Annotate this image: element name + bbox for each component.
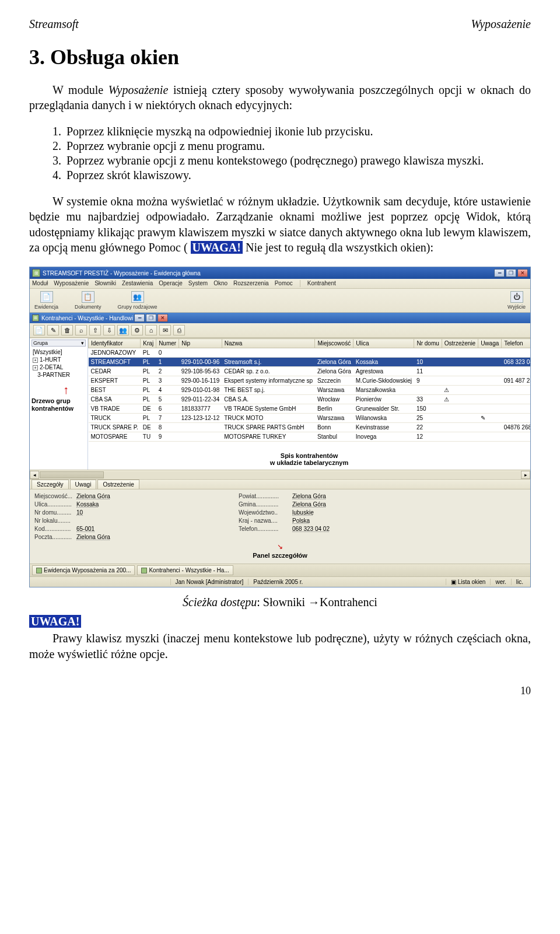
table-row[interactable]: JEDNORAZOWYPL0Polska <box>89 348 531 358</box>
window-titlebar[interactable]: ⊞ STREAMSOFT PRESTIŻ - Wyposażenie - Ewi… <box>30 267 530 279</box>
tool-button[interactable]: ⇩ <box>103 325 115 335</box>
tree-item[interactable]: +2-DETAL <box>32 363 86 371</box>
tree-item[interactable]: 3-PARTNER <box>32 371 86 379</box>
menu-item[interactable]: Operacje <box>159 280 183 287</box>
tab-uwagi[interactable]: Uwagi <box>70 480 97 489</box>
mdi-task[interactable]: Ewidencja Wyposażenia za 200... <box>32 565 135 575</box>
table-cell <box>502 395 530 404</box>
column-header[interactable]: Numer <box>156 339 179 348</box>
tab-ostrzezenie[interactable]: Ostrzeżenie <box>97 480 139 489</box>
table-cell <box>478 376 502 386</box>
maximize-button[interactable]: ❐ <box>506 269 516 277</box>
menu-item[interactable]: System <box>188 280 208 287</box>
dokumenty-button[interactable]: 📋Dokumenty <box>75 291 102 310</box>
table-row[interactable]: BESTPL4929-010-01-98THE BEST sp.j.Warsza… <box>89 386 531 395</box>
column-header[interactable]: Telefon <box>502 339 530 348</box>
table-cell: Warszawa <box>315 386 354 395</box>
table-cell: Inovega <box>354 432 414 442</box>
data-grid[interactable]: IdentyfikatorKrajNumerNipNazwaMiejscowoś… <box>88 338 530 470</box>
table-row[interactable]: TRUCK SPARE P.DE8TRUCK SPARE PARTS GmbHB… <box>89 423 531 432</box>
table-cell: Stanbul <box>315 432 354 442</box>
detail-value: Zielona Góra <box>76 534 158 540</box>
table-cell: 12 <box>414 432 442 442</box>
child-close-button[interactable]: ✕ <box>158 314 168 322</box>
column-header[interactable]: Nr domu <box>414 339 442 348</box>
table-cell <box>478 432 502 442</box>
minimize-button[interactable]: ━ <box>494 269 505 277</box>
group-tree[interactable]: Grupa▾ [Wszystkie] +1-HURT +2-DETAL 3-PA… <box>30 338 88 470</box>
table-cell: 5 <box>156 395 179 404</box>
chevron-down-icon: ▾ <box>81 340 84 346</box>
column-header[interactable]: Kraj <box>141 339 156 348</box>
table-row[interactable]: CEDARPL2929-108-95-63CEDAR sp. z o.o.Zie… <box>89 367 531 376</box>
table-row[interactable]: STREAMSOFTPL1929-010-00-96Streamsoft s.j… <box>89 358 531 367</box>
table-cell: 1 <box>156 358 179 367</box>
child-maximize-button[interactable]: ❐ <box>146 314 156 322</box>
tool-button[interactable]: ⚙ <box>131 325 143 335</box>
tool-button[interactable]: ✉ <box>159 325 171 335</box>
tool-button[interactable]: ⌂ <box>145 325 157 335</box>
column-header[interactable]: Nip <box>179 339 222 348</box>
child-titlebar[interactable]: ⊞ Kontrahenci - Wszystkie - Handlowi ━ ❐… <box>30 313 530 323</box>
table-cell: Marszałkowska <box>354 386 414 395</box>
table-row[interactable]: MOTOSPARETU9MOTOSPARE TURKEYStanbulInove… <box>89 432 531 442</box>
ewidencja-button[interactable]: 📄Ewidencja <box>34 291 58 310</box>
menu-item[interactable]: Okno <box>214 280 228 287</box>
column-header[interactable]: Miejscowość <box>315 339 354 348</box>
menu-item[interactable]: Zestawienia <box>122 280 153 287</box>
menu-item[interactable]: Pomoc <box>275 280 293 287</box>
tree-item[interactable]: +1-HURT <box>32 356 86 363</box>
tool-button[interactable]: 👥 <box>117 325 129 335</box>
table-cell: 929-010-01-98 <box>179 386 222 395</box>
table-cell: DE <box>141 404 156 414</box>
tool-button[interactable]: ✎ <box>47 325 59 335</box>
scroll-left-button[interactable]: ◂ <box>30 471 39 479</box>
tool-button[interactable]: 📄 <box>33 325 45 335</box>
column-header[interactable]: Ulica <box>354 339 414 348</box>
menu-item[interactable]: Moduł <box>32 280 48 287</box>
child-minimize-button[interactable]: ━ <box>134 314 145 322</box>
detail-value: Kossaka <box>76 501 158 508</box>
status-okien[interactable]: ▣ Lista okien <box>446 579 491 585</box>
table-row[interactable]: EKSPERTPL3929-00-16-119Ekspert systemy i… <box>89 376 531 386</box>
tool-button[interactable]: ⇧ <box>89 325 101 335</box>
table-row[interactable]: TRUCKPL7123-123-12-12TRUCK MOTOWarszawaW… <box>89 414 531 423</box>
exit-button[interactable]: ⏻Wyjście <box>508 291 526 310</box>
annotation-arrow-icon: ↘ <box>34 543 526 551</box>
tool-button[interactable]: ⌕ <box>75 325 87 335</box>
horizontal-scrollbar[interactable]: ◂ ▸ <box>30 470 530 479</box>
detail-tabs: Szczegóły Uwagi Ostrzeżenie <box>30 479 530 489</box>
scroll-right-button[interactable]: ▸ <box>521 471 530 479</box>
table-row[interactable]: CBA SAPL5929-011-22-34CBA S.A.WrocławPio… <box>89 395 531 404</box>
tab-szczegoly[interactable]: Szczegóły <box>32 480 69 489</box>
column-header[interactable]: Uwaga <box>478 339 502 348</box>
bottom-paragraph: Prawy klawisz myszki (inaczej menu konte… <box>29 631 531 662</box>
tool-button[interactable]: 🗑 <box>61 325 73 335</box>
menu-item[interactable]: Kontrahent <box>307 280 336 287</box>
table-cell: PL <box>141 348 156 358</box>
table-cell <box>414 386 442 395</box>
menu-item[interactable]: Słowniki <box>94 280 116 287</box>
menu-separator <box>300 280 300 287</box>
menu-item[interactable]: Rozszerzenia <box>233 280 269 287</box>
close-button[interactable]: ✕ <box>517 269 528 277</box>
tree-header[interactable]: Grupa▾ <box>32 340 86 347</box>
menu-item[interactable]: Wyposażenie <box>54 280 89 287</box>
scroll-track[interactable] <box>40 471 520 478</box>
column-header[interactable]: Ostrzeżenie <box>442 339 478 348</box>
tool-button[interactable]: ⎙ <box>173 325 185 335</box>
table-cell: 9 <box>156 432 179 442</box>
expand-icon[interactable]: + <box>33 365 38 370</box>
column-header[interactable]: Identyfikator <box>89 339 141 348</box>
doc-brand: Streamsoft <box>29 18 79 31</box>
grupy-button[interactable]: 👥Grupy rodzajowe <box>118 291 158 310</box>
table-row[interactable]: VB TRADEDE6181833777VB TRADE Systeme Gmb… <box>89 404 531 414</box>
grid-annotation-label: Spis kontrahentóww układzie tabelaryczny… <box>88 442 530 470</box>
expand-icon[interactable]: + <box>33 358 38 363</box>
column-header[interactable]: Nazwa <box>222 339 315 348</box>
scroll-thumb[interactable] <box>40 471 104 478</box>
mdi-task[interactable]: Kontrahenci - Wszystkie - Ha... <box>137 565 233 575</box>
page-number: 10 <box>29 685 531 697</box>
tree-item[interactable]: [Wszystkie] <box>32 348 86 356</box>
table-cell: Zielona Góra <box>315 367 354 376</box>
